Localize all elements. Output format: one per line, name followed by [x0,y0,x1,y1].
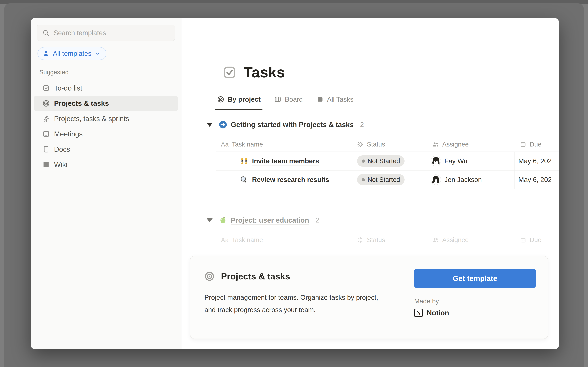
book-icon [42,161,50,168]
text-property-icon: Aa [221,237,229,243]
made-by-name[interactable]: Notion [427,309,449,317]
sidebar-item-projects-tasks-sprints[interactable]: Projects, tasks & sprints [34,111,178,126]
avatar [431,175,441,185]
sidebar-item-label: Wiki [54,160,67,169]
table-row: Invite team members Not Started Fay Wu [216,152,559,170]
doc-icon [42,145,50,153]
get-template-button[interactable]: Get template [414,269,536,288]
tab-label: Board [285,96,303,103]
search-icon [42,29,50,37]
status-label: Not Started [367,176,400,183]
person-icon [43,50,50,57]
task-table: Invite team members Not Started Fay Wu [216,152,559,189]
table-header-row: Aa Task name Status Assignee [216,137,559,152]
sidebar-item-wiki[interactable]: Wiki [34,157,178,172]
sidebar-item-label: Projects & tasks [54,99,109,108]
status-badge[interactable]: Not Started [357,174,405,185]
people-icon [432,141,439,148]
disclosure-triangle-icon[interactable] [207,218,213,222]
status-dot-icon [362,159,365,163]
disclosure-triangle-icon[interactable] [207,123,213,127]
sidebar-item-label: Meetings [54,130,83,138]
table-row: Review research results Not Started Jen … [216,170,559,189]
column-header-assignee: Assignee [442,141,469,148]
tab-label: By project [228,96,261,103]
todo-checkbox-icon [42,84,50,92]
column-header-status: Status [367,236,385,244]
board-icon [274,96,281,103]
status-spinner-icon [357,141,364,148]
sidebar-item-projects-tasks[interactable]: Projects & tasks [34,96,178,111]
column-header-due: Due [530,141,541,148]
column-header-due: Due [530,236,541,244]
dancers-emoji [240,157,248,165]
sidebar-item-todo-list[interactable]: To-do list [34,80,178,96]
search-input-wrapper[interactable] [37,25,175,41]
blue-arrow-circle-icon [219,120,227,129]
notion-logo-icon: N [414,309,423,317]
made-by-label: Made by [414,298,536,305]
target-icon [42,100,50,107]
filter-label: All templates [53,50,91,57]
task-link[interactable]: Invite team members [252,157,319,165]
chevron-down-icon [95,51,100,56]
column-header-task-name: Task name [232,141,263,148]
target-icon [217,96,224,103]
assignee-name: Jen Jackson [444,176,482,184]
green-apple-emoji [219,216,227,224]
background-top-strip [0,0,588,4]
template-preview-pane: Tasks By project Board [182,18,559,349]
view-tabs: By project Board All Tasks [216,94,559,110]
status-badge[interactable]: Not Started [357,155,405,167]
page-title: Tasks [244,64,285,81]
template-info-card: Projects & tasks Project management for … [190,256,548,339]
table-header-row-faded: Aa Task name Status Assignee [216,233,559,247]
people-icon [432,236,439,244]
column-header-task-name: Task name [232,236,263,244]
suggested-section-label: Suggested [39,68,181,76]
due-date: May 6, 202 [514,152,559,170]
avatar [431,156,441,166]
template-sidebar: All templates Suggested To-do list Proje… [31,18,182,349]
template-card-title: Projects & tasks [221,271,290,281]
status-label: Not Started [367,157,400,165]
sidebar-item-label: To-do list [54,84,82,92]
assignee-name: Fay Wu [444,157,467,165]
tasks-checkbox-icon [223,65,237,79]
all-templates-filter[interactable]: All templates [37,47,106,60]
magnifier-emoji [240,175,248,184]
template-gallery-modal: All templates Suggested To-do list Proje… [31,18,559,349]
column-header-status: Status [367,141,385,148]
status-spinner-icon [357,236,364,243]
search-input[interactable] [54,29,170,37]
tab-by-project[interactable]: By project [216,94,261,105]
status-dot-icon [362,178,365,181]
runner-icon [42,115,50,123]
sidebar-item-label: Projects, tasks & sprints [54,115,129,123]
template-nav: To-do list Projects & tasks Projects, ta… [31,80,181,172]
calendar-icon [519,236,527,243]
tab-board[interactable]: Board [273,94,304,105]
group-count: 2 [315,216,319,224]
template-description: Project management for teams. Organize t… [204,291,391,316]
table-icon [316,96,324,103]
tab-label: All Tasks [327,96,354,103]
task-link[interactable]: Review research results [252,176,329,184]
column-header-assignee: Assignee [442,236,469,244]
sidebar-item-docs[interactable]: Docs [34,142,178,157]
sidebar-item-label: Docs [54,145,70,153]
group-header-user-education: Project: user education 2 [216,215,559,226]
note-icon [42,130,50,138]
tab-all-tasks[interactable]: All Tasks [315,94,355,105]
group-title-link[interactable]: Getting started with Projects & tasks [231,120,354,129]
sidebar-item-meetings[interactable]: Meetings [34,126,178,142]
text-property-icon: Aa [221,141,229,148]
due-date: May 6, 202 [514,170,559,189]
group-count: 2 [360,121,364,128]
group-header-getting-started: Getting started with Projects & tasks 2 [216,119,559,130]
target-icon [204,271,215,281]
calendar-icon [519,141,527,148]
page-header: Tasks [223,18,559,81]
group-title-link[interactable]: Project: user education [231,216,309,224]
